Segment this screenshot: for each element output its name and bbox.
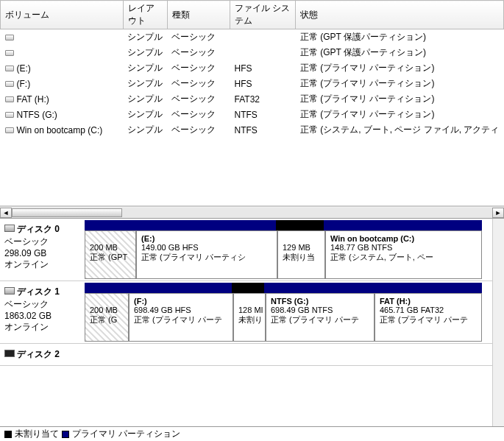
col-layout[interactable]: レイアウト [123,1,167,29]
table-row[interactable]: シンプルベーシック正常 (GPT 保護パーティション) [1,45,504,60]
scroll-thumb[interactable] [12,208,122,217]
volume-table-container: ボリューム レイアウト 種類 ファイル システム 状態 シンプルベーシック正常 … [0,0,504,206]
legend-swatch-unallocated [4,431,12,438]
vertical-scrollbar[interactable] [492,219,504,426]
volume-icon [5,66,14,71]
partition-bar [85,220,491,230]
partition-box[interactable]: (F:)698.49 GB HFS正常 (プライマリ パーテ [129,293,233,342]
table-row[interactable]: Win on bootcamp (C:)シンプルベーシックNTFS正常 (システ… [1,122,504,138]
volume-icon [5,50,14,56]
legend: 未割り当て プライマリ パーティション [0,426,504,441]
disk-layout-panel: ディスク 0ベーシック298.09 GBオンライン200 MB正常 (GPT(E… [0,218,504,426]
disk-row: ディスク 1ベーシック1863.02 GBオンライン200 MB正常 (G(F:… [0,281,492,344]
disk-info[interactable]: ディスク 1ベーシック1863.02 GBオンライン [0,281,85,343]
table-row[interactable]: FAT (H:)シンプルベーシックFAT32正常 (プライマリ パーティション) [1,91,504,107]
partition-box[interactable]: Win on bootcamp (C:)148.77 GB NTFS正常 (シス… [325,230,482,279]
partition-bar [85,283,491,293]
scroll-right-button[interactable]: ► [492,208,504,218]
partition-box[interactable]: FAT (H:)465.71 GB FAT32正常 (プライマリ パーテ [375,293,482,342]
col-status[interactable]: 状態 [296,1,504,29]
volume-icon [5,96,14,102]
disk-info[interactable]: ディスク 0ベーシック298.09 GBオンライン [0,219,85,281]
partition-box[interactable]: (E:)149.00 GB HFS正常 (プライマリ パーティシ [136,230,277,279]
col-type[interactable]: 種類 [167,1,230,29]
disk-icon [4,350,15,357]
partition-bar [85,345,491,356]
horizontal-scrollbar[interactable]: ◄ ► [0,206,504,218]
scroll-track[interactable] [12,208,492,218]
col-filesystem[interactable]: ファイル システム [230,1,296,29]
partition-box[interactable]: 129 MB未割り当 [277,230,325,279]
partition-box[interactable]: 200 MB正常 (GPT [85,230,136,279]
volume-icon [5,35,14,40]
col-volume[interactable]: ボリューム [1,1,124,29]
disk-row: ディスク 0ベーシック298.09 GBオンライン200 MB正常 (GPT(E… [0,219,492,281]
disk-info[interactable]: ディスク 2 [0,344,85,365]
table-row[interactable]: (F:)シンプルベーシックHFS正常 (プライマリ パーティション) [1,76,504,91]
legend-swatch-primary [62,431,69,438]
volume-icon [5,81,14,87]
volume-table[interactable]: ボリューム レイアウト 種類 ファイル システム 状態 シンプルベーシック正常 … [0,0,504,138]
partition-box[interactable]: 128 MI未割り [233,293,266,342]
scroll-left-button[interactable]: ◄ [0,208,12,218]
partition-box[interactable]: 200 MB正常 (G [85,293,129,342]
table-row[interactable]: シンプルベーシック正常 (GPT 保護パーティション) [1,29,504,46]
volume-icon [5,112,14,118]
partition-box[interactable]: NTFS (G:)698.49 GB NTFS正常 (プライマリ パーテ [266,293,375,342]
volume-icon [5,127,14,133]
legend-label-unallocated: 未割り当て [15,428,59,440]
disk-icon [4,225,15,232]
legend-label-primary: プライマリ パーティション [72,428,180,440]
table-row[interactable]: NTFS (G:)シンプルベーシックNTFS正常 (プライマリ パーティション) [1,107,504,122]
table-row[interactable]: (E:)シンプルベーシックHFS正常 (プライマリ パーティション) [1,60,504,76]
disk-row: ディスク 2 [0,344,492,366]
disk-icon [4,287,15,294]
